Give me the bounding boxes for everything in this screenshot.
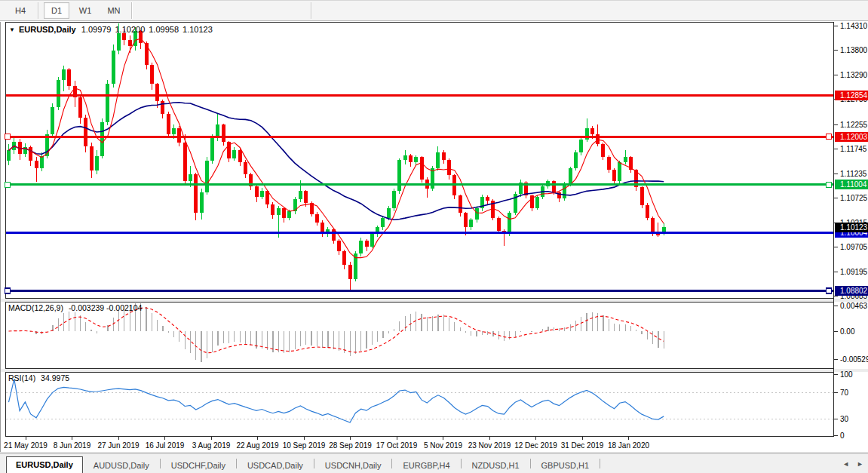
chart-canvas[interactable]: 1.143101.138001.132901.127801.122551.117…: [1, 22, 868, 452]
rsi-value: 34.9975: [41, 373, 69, 382]
price-tick-label: 1.12255: [840, 121, 868, 129]
hline-handle[interactable]: [827, 182, 832, 187]
rsi-tick-label: 30: [840, 415, 849, 423]
svg-text:1.12854: 1.12854: [840, 91, 868, 100]
timeframe-button-w1[interactable]: W1: [72, 2, 98, 19]
price-tick-label: 1.11745: [840, 145, 867, 153]
date-tick-label: 28 Sep 2019: [329, 441, 372, 450]
timeframe-button-mn[interactable]: MN: [101, 2, 127, 19]
ohlc-high: 1.10200: [115, 25, 145, 34]
ohlc-close: 1.10123: [182, 25, 213, 34]
tab-usdcnh-daily[interactable]: USDCNH,Daily: [314, 458, 392, 473]
macd-tick-label: 0.00: [840, 327, 855, 336]
tab-nzdusd-h1[interactable]: NZDUSD,H1: [462, 458, 530, 473]
ohlc-low: 1.09958: [149, 25, 179, 34]
macd-tick-label: -0.005299: [840, 355, 868, 364]
date-tick-label: 27 Jun 2019: [97, 441, 139, 450]
hline-handle[interactable]: [827, 288, 832, 293]
date-tick-label: 16 Jul 2019: [146, 441, 185, 450]
tab-eurusd-daily[interactable]: EURUSD,Daily: [6, 456, 83, 473]
svg-text:1.11004: 1.11004: [840, 180, 867, 189]
rsi-tick-label: 100: [840, 370, 853, 379]
date-tick-label: 21 May 2019: [4, 441, 48, 450]
price-tick-label: 1.13800: [840, 46, 868, 54]
hline-handle[interactable]: [5, 288, 11, 293]
hline-handle[interactable]: [827, 134, 832, 140]
tab-audusd-daily[interactable]: AUDUSD,Daily: [83, 458, 160, 473]
date-tick-label: 12 Dec 2019: [514, 441, 557, 450]
chart-region: 1.143101.138001.132901.127801.122551.117…: [0, 22, 868, 452]
macd-label: MACD(12,26,9) -0.003239 -0.002104: [8, 303, 142, 312]
chart-dropdown-icon[interactable]: ▼: [9, 26, 15, 33]
hline-handle[interactable]: [5, 134, 11, 140]
price-badge-1.12854: 1.12854: [835, 91, 868, 100]
hline-1.08802[interactable]: [6, 290, 833, 292]
rsi-tick-label: 0: [840, 432, 845, 440]
mt4-window: H4 D1 W1 MN 1.143101.138001.132901.12780…: [0, 0, 868, 473]
price-tick-label: 1.09195: [840, 268, 868, 276]
hline-1.10004[interactable]: [6, 232, 833, 234]
timeframe-button-d1[interactable]: D1: [44, 2, 69, 19]
svg-text:1.12003: 1.12003: [840, 133, 868, 141]
rsi-name: RSI(14): [8, 373, 35, 382]
chart-symbol-label: EURUSD,Daily: [19, 25, 76, 34]
price-tick-label: 1.13290: [840, 71, 868, 79]
date-tick-label: 22 Aug 2019: [236, 441, 279, 450]
toolbar-separator: [38, 2, 39, 19]
macd-values: -0.003239 -0.002104: [69, 303, 143, 312]
ohlc-open: 1.09979: [81, 25, 112, 34]
hline-1.12003[interactable]: [6, 136, 833, 138]
rsi-tick-label: 70: [840, 389, 849, 397]
price-tick-label: 1.10725: [840, 194, 868, 202]
panel-frame: [6, 373, 834, 437]
toolbar-separator: [311, 2, 312, 19]
date-tick-label: 31 Dec 2019: [561, 441, 604, 450]
chart-title-bar: ▼EURUSD,Daily1.099791.102001.099581.1012…: [9, 25, 213, 34]
timeframe-toolbar: H4 D1 W1 MN: [0, 1, 868, 21]
hline-1.11004[interactable]: [6, 183, 833, 186]
panel-splitter[interactable]: [1, 299, 868, 302]
tab-gbpusd-h1[interactable]: GBPUSD,H1: [531, 458, 600, 473]
chart-tab-bar: EURUSD,Daily AUDUSD,Daily USDCHF,Daily U…: [0, 453, 868, 473]
date-tick-label: 23 Nov 2019: [468, 441, 511, 450]
price-tick-label: 1.14310: [840, 22, 868, 30]
price-badge-1.08802: 1.08802: [835, 286, 868, 296]
macd-tick-label: 0.00463: [840, 302, 868, 310]
panel-splitter[interactable]: [1, 369, 868, 372]
hline-handle[interactable]: [5, 182, 11, 187]
tab-eurgbp-h4[interactable]: EURGBP,H4: [392, 458, 460, 473]
rsi-label: RSI(14) 34.9975: [8, 373, 69, 382]
date-tick-label: 17 Oct 2019: [376, 441, 418, 450]
tab-usdchf-daily[interactable]: USDCHF,Daily: [161, 458, 236, 473]
date-tick-label: 8 Jun 2019: [54, 441, 91, 450]
date-tick-label: 3 Aug 2019: [192, 441, 231, 450]
hline-1.12854[interactable]: [6, 94, 833, 97]
price-badge-1.12003: 1.12003: [835, 132, 868, 142]
macd-name: MACD(12,26,9): [8, 303, 63, 312]
current-price-badge: 1.10123: [835, 223, 868, 232]
svg-text:1.08802: 1.08802: [840, 287, 868, 295]
price-badge-1.11004: 1.11004: [835, 180, 868, 189]
timeframe-button-h4[interactable]: H4: [8, 2, 33, 19]
tab-scroll-right-icon[interactable]: ►: [857, 461, 863, 468]
tab-usdcad-daily[interactable]: USDCAD,Daily: [237, 458, 314, 473]
toolbar-separator: [131, 2, 133, 19]
svg-text:1.10123: 1.10123: [840, 223, 868, 232]
date-tick-label: 18 Jan 2020: [608, 441, 649, 450]
date-tick-label: 5 Nov 2019: [424, 441, 463, 450]
price-tick-label: 1.09705: [840, 243, 868, 251]
date-tick-label: 10 Sep 2019: [283, 441, 326, 450]
tab-scroll-left-icon[interactable]: ◄: [842, 461, 849, 468]
tab-divider: [600, 459, 600, 468]
price-tick-label: 1.11235: [840, 170, 867, 178]
